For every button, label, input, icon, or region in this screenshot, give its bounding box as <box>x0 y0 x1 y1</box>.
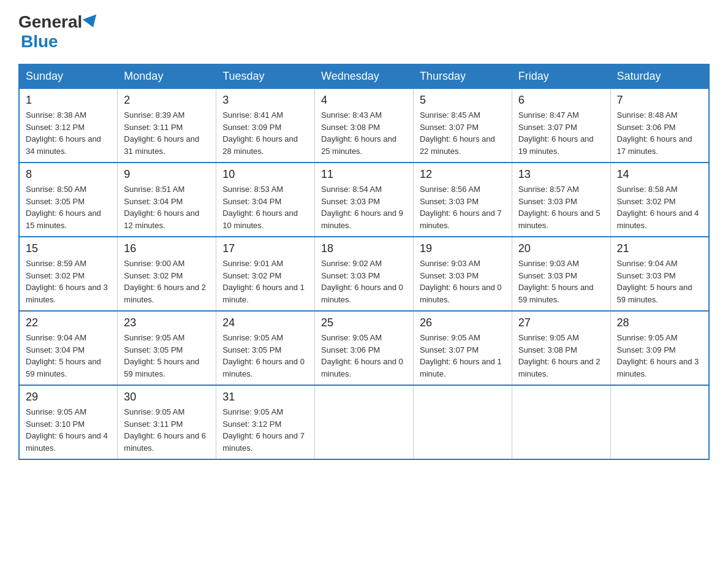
day-number: 14 <box>617 168 702 181</box>
day-info: Sunrise: 9:03 AM Sunset: 3:03 PM Dayligh… <box>420 258 506 305</box>
calendar-day-cell: 30 Sunrise: 9:05 AM Sunset: 3:11 PM Dayl… <box>118 385 216 459</box>
calendar-week-row: 15 Sunrise: 8:59 AM Sunset: 3:02 PM Dayl… <box>19 237 709 311</box>
day-info: Sunrise: 9:05 AM Sunset: 3:12 PM Dayligh… <box>222 406 308 454</box>
calendar-week-row: 29 Sunrise: 9:05 AM Sunset: 3:10 PM Dayl… <box>19 385 709 459</box>
logo-blue-text: Blue <box>21 32 100 52</box>
day-info: Sunrise: 9:05 AM Sunset: 3:10 PM Dayligh… <box>26 406 111 454</box>
calendar-day-cell: 28 Sunrise: 9:05 AM Sunset: 3:09 PM Dayl… <box>610 311 709 385</box>
day-info: Sunrise: 8:39 AM Sunset: 3:11 PM Dayligh… <box>124 109 210 157</box>
calendar-week-row: 22 Sunrise: 9:04 AM Sunset: 3:04 PM Dayl… <box>19 311 709 385</box>
day-info: Sunrise: 9:03 AM Sunset: 3:03 PM Dayligh… <box>518 258 604 305</box>
day-info: Sunrise: 9:02 AM Sunset: 3:03 PM Dayligh… <box>321 258 407 305</box>
day-number: 3 <box>222 94 308 107</box>
logo: General Blue <box>18 12 100 52</box>
calendar-day-cell: 15 Sunrise: 8:59 AM Sunset: 3:02 PM Dayl… <box>19 237 118 311</box>
calendar-day-cell: 20 Sunrise: 9:03 AM Sunset: 3:03 PM Dayl… <box>512 237 610 311</box>
day-info: Sunrise: 8:45 AM Sunset: 3:07 PM Dayligh… <box>420 109 506 157</box>
calendar-day-cell <box>413 385 512 459</box>
calendar-day-cell: 27 Sunrise: 9:05 AM Sunset: 3:08 PM Dayl… <box>512 311 610 385</box>
calendar-day-cell: 17 Sunrise: 9:01 AM Sunset: 3:02 PM Dayl… <box>216 237 315 311</box>
calendar-day-cell: 5 Sunrise: 8:45 AM Sunset: 3:07 PM Dayli… <box>413 88 512 163</box>
day-info: Sunrise: 8:47 AM Sunset: 3:07 PM Dayligh… <box>518 109 604 157</box>
calendar-day-cell: 29 Sunrise: 9:05 AM Sunset: 3:10 PM Dayl… <box>19 385 118 459</box>
day-info: Sunrise: 9:05 AM Sunset: 3:11 PM Dayligh… <box>124 406 210 454</box>
day-number: 5 <box>420 94 506 107</box>
calendar-day-cell: 13 Sunrise: 8:57 AM Sunset: 3:03 PM Dayl… <box>512 163 610 237</box>
day-number: 22 <box>26 316 111 329</box>
calendar-day-cell: 16 Sunrise: 9:00 AM Sunset: 3:02 PM Dayl… <box>118 237 216 311</box>
day-number: 10 <box>222 168 308 181</box>
calendar-day-cell: 6 Sunrise: 8:47 AM Sunset: 3:07 PM Dayli… <box>512 88 610 163</box>
day-info: Sunrise: 8:59 AM Sunset: 3:02 PM Dayligh… <box>26 258 111 305</box>
day-of-week-header: Monday <box>118 64 216 88</box>
day-of-week-header: Saturday <box>610 64 709 88</box>
day-number: 1 <box>26 94 111 107</box>
day-number: 23 <box>124 316 210 329</box>
day-number: 8 <box>26 168 111 181</box>
page-header: General Blue <box>18 12 710 52</box>
day-number: 27 <box>518 316 604 329</box>
day-number: 4 <box>321 94 407 107</box>
calendar-day-cell: 18 Sunrise: 9:02 AM Sunset: 3:03 PM Dayl… <box>315 237 414 311</box>
day-of-week-header: Sunday <box>19 64 118 88</box>
calendar-day-cell: 23 Sunrise: 9:05 AM Sunset: 3:05 PM Dayl… <box>118 311 216 385</box>
day-info: Sunrise: 8:43 AM Sunset: 3:08 PM Dayligh… <box>321 109 407 157</box>
day-info: Sunrise: 9:05 AM Sunset: 3:06 PM Dayligh… <box>321 332 407 380</box>
day-info: Sunrise: 8:51 AM Sunset: 3:04 PM Dayligh… <box>124 183 210 231</box>
calendar-day-cell: 21 Sunrise: 9:04 AM Sunset: 3:03 PM Dayl… <box>610 237 709 311</box>
calendar-day-cell <box>610 385 709 459</box>
day-info: Sunrise: 8:38 AM Sunset: 3:12 PM Dayligh… <box>26 109 111 157</box>
day-of-week-header: Tuesday <box>216 64 315 88</box>
day-info: Sunrise: 8:50 AM Sunset: 3:05 PM Dayligh… <box>26 183 111 231</box>
calendar-day-cell: 3 Sunrise: 8:41 AM Sunset: 3:09 PM Dayli… <box>216 88 315 163</box>
day-info: Sunrise: 9:01 AM Sunset: 3:02 PM Dayligh… <box>222 258 308 305</box>
day-number: 16 <box>124 242 210 255</box>
day-info: Sunrise: 9:05 AM Sunset: 3:09 PM Dayligh… <box>617 332 702 380</box>
calendar-table: SundayMondayTuesdayWednesdayThursdayFrid… <box>18 64 710 460</box>
day-number: 11 <box>321 168 407 181</box>
day-number: 2 <box>124 94 210 107</box>
day-info: Sunrise: 8:57 AM Sunset: 3:03 PM Dayligh… <box>518 183 604 231</box>
day-number: 21 <box>617 242 702 255</box>
day-of-week-header: Thursday <box>413 64 512 88</box>
calendar-day-cell: 25 Sunrise: 9:05 AM Sunset: 3:06 PM Dayl… <box>315 311 414 385</box>
day-number: 24 <box>222 316 308 329</box>
calendar-day-cell <box>315 385 414 459</box>
day-number: 15 <box>26 242 111 255</box>
day-info: Sunrise: 9:00 AM Sunset: 3:02 PM Dayligh… <box>124 258 210 305</box>
day-number: 30 <box>124 391 210 404</box>
day-info: Sunrise: 8:56 AM Sunset: 3:03 PM Dayligh… <box>420 183 506 231</box>
day-info: Sunrise: 9:04 AM Sunset: 3:04 PM Dayligh… <box>26 332 111 380</box>
calendar-week-row: 1 Sunrise: 8:38 AM Sunset: 3:12 PM Dayli… <box>19 88 709 163</box>
day-number: 18 <box>321 242 407 255</box>
day-number: 19 <box>420 242 506 255</box>
calendar-day-cell: 4 Sunrise: 8:43 AM Sunset: 3:08 PM Dayli… <box>315 88 414 163</box>
calendar-day-cell: 7 Sunrise: 8:48 AM Sunset: 3:06 PM Dayli… <box>610 88 709 163</box>
logo-triangle-icon <box>83 14 100 29</box>
day-of-week-header: Friday <box>512 64 610 88</box>
day-info: Sunrise: 8:48 AM Sunset: 3:06 PM Dayligh… <box>617 109 702 157</box>
day-of-week-header: Wednesday <box>315 64 414 88</box>
calendar-day-cell: 11 Sunrise: 8:54 AM Sunset: 3:03 PM Dayl… <box>315 163 414 237</box>
calendar-day-cell: 9 Sunrise: 8:51 AM Sunset: 3:04 PM Dayli… <box>118 163 216 237</box>
calendar-day-cell: 26 Sunrise: 9:05 AM Sunset: 3:07 PM Dayl… <box>413 311 512 385</box>
day-number: 25 <box>321 316 407 329</box>
day-number: 20 <box>518 242 604 255</box>
calendar-day-cell: 14 Sunrise: 8:58 AM Sunset: 3:02 PM Dayl… <box>610 163 709 237</box>
calendar-day-cell: 8 Sunrise: 8:50 AM Sunset: 3:05 PM Dayli… <box>19 163 118 237</box>
day-number: 28 <box>617 316 702 329</box>
day-info: Sunrise: 8:58 AM Sunset: 3:02 PM Dayligh… <box>617 183 702 231</box>
day-info: Sunrise: 9:05 AM Sunset: 3:05 PM Dayligh… <box>222 332 308 380</box>
day-number: 7 <box>617 94 702 107</box>
calendar-day-cell: 10 Sunrise: 8:53 AM Sunset: 3:04 PM Dayl… <box>216 163 315 237</box>
calendar-day-cell: 31 Sunrise: 9:05 AM Sunset: 3:12 PM Dayl… <box>216 385 315 459</box>
day-info: Sunrise: 9:04 AM Sunset: 3:03 PM Dayligh… <box>617 258 702 305</box>
day-info: Sunrise: 8:41 AM Sunset: 3:09 PM Dayligh… <box>222 109 308 157</box>
day-number: 29 <box>26 391 111 404</box>
calendar-header-row: SundayMondayTuesdayWednesdayThursdayFrid… <box>19 64 709 88</box>
day-info: Sunrise: 8:54 AM Sunset: 3:03 PM Dayligh… <box>321 183 407 231</box>
calendar-day-cell <box>512 385 610 459</box>
calendar-day-cell: 12 Sunrise: 8:56 AM Sunset: 3:03 PM Dayl… <box>413 163 512 237</box>
calendar-day-cell: 1 Sunrise: 8:38 AM Sunset: 3:12 PM Dayli… <box>19 88 118 163</box>
day-number: 17 <box>222 242 308 255</box>
